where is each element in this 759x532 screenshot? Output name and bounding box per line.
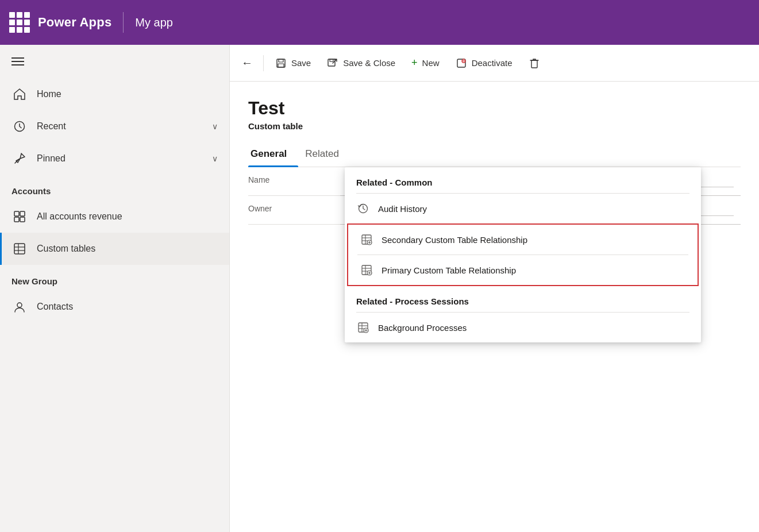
secondary-custom-table-label: Secondary Custom Table Relationship	[382, 235, 527, 245]
new-label: New	[422, 58, 440, 68]
name-label: Name	[248, 167, 340, 196]
background-processes-icon	[356, 321, 370, 334]
delete-icon	[529, 57, 540, 69]
sidebar-item-pinned[interactable]: Pinned ∨	[0, 142, 229, 175]
toolbar-sep-1	[263, 55, 264, 71]
tab-general[interactable]: General	[248, 142, 298, 167]
new-button[interactable]: + New	[403, 52, 448, 74]
sidebar-item-home[interactable]: Home	[0, 78, 229, 110]
deactivate-label: Deactivate	[472, 58, 513, 68]
home-icon	[11, 86, 28, 102]
svg-rect-5	[20, 217, 25, 222]
sidebar-item-contacts[interactable]: Contacts	[0, 291, 229, 323]
owner-label: Owner	[248, 196, 340, 225]
form-area: Name Owner Related - Common	[230, 167, 759, 532]
delete-button[interactable]	[521, 53, 548, 74]
record-title: Test	[248, 98, 741, 119]
record-subtitle: Custom table	[248, 121, 741, 131]
svg-rect-6	[14, 244, 25, 254]
home-label: Home	[37, 89, 61, 99]
contacts-label: Contacts	[37, 302, 73, 312]
primary-custom-table-label: Primary Custom Table Relationship	[382, 265, 516, 275]
accounts-section-label: Accounts	[0, 175, 229, 201]
tabs-row: General Related	[248, 142, 741, 167]
app-name: Power Apps	[38, 15, 111, 30]
pin-icon	[11, 151, 28, 167]
pinned-chevron: ∨	[212, 154, 218, 163]
recent-chevron: ∨	[212, 122, 218, 131]
audit-history-label: Audit History	[378, 204, 427, 214]
main-layout: Home Recent ∨ Pinned ∨	[0, 45, 759, 532]
svg-point-10	[17, 303, 22, 307]
page-content: Test Custom table General Related	[230, 82, 759, 167]
save-close-icon	[327, 57, 338, 69]
dropdown-item-background-processes[interactable]: Background Processes	[345, 313, 701, 342]
sidebar-item-recent[interactable]: Recent ∨	[0, 110, 229, 142]
recent-icon	[11, 118, 28, 134]
svg-rect-12	[279, 59, 283, 62]
tab-related[interactable]: Related	[303, 142, 350, 167]
contacts-icon	[11, 299, 28, 315]
custom-tables-label: Custom tables	[37, 244, 95, 254]
header-divider	[123, 12, 124, 33]
hamburger-button[interactable]	[0, 45, 229, 78]
back-button[interactable]: ←	[234, 52, 260, 74]
primary-custom-table-icon	[360, 263, 373, 277]
secondary-custom-table-icon	[360, 233, 373, 246]
sidebar: Home Recent ∨ Pinned ∨	[0, 45, 230, 532]
app-sub-title: My app	[135, 16, 173, 29]
save-icon	[275, 57, 287, 69]
top-header: Power Apps My app	[0, 0, 759, 45]
audit-history-icon	[356, 202, 370, 215]
recent-label: Recent	[37, 121, 66, 132]
save-close-button[interactable]: Save & Close	[319, 53, 403, 74]
related-process-sessions-header: Related - Process Sessions	[345, 286, 701, 312]
save-close-label: Save & Close	[343, 58, 395, 68]
deactivate-button[interactable]: Deactivate	[448, 53, 521, 74]
related-dropdown: Related - Common Audit History	[345, 167, 701, 342]
deactivate-icon	[456, 57, 467, 69]
dropdown-item-primary-custom-table[interactable]: Primary Custom Table Relationship	[348, 255, 698, 285]
sidebar-item-custom-tables[interactable]: Custom tables	[0, 233, 229, 265]
save-label: Save	[291, 58, 311, 68]
related-common-header: Related - Common	[345, 167, 701, 193]
custom-tables-icon	[11, 241, 28, 257]
svg-rect-13	[278, 64, 284, 67]
sidebar-item-all-accounts-revenue[interactable]: All accounts revenue	[0, 201, 229, 233]
dropdown-item-secondary-custom-table[interactable]: Secondary Custom Table Relationship	[348, 225, 698, 255]
new-group-section-label: New Group	[0, 265, 229, 291]
all-accounts-label: All accounts revenue	[37, 211, 122, 222]
background-processes-label: Background Processes	[378, 323, 467, 333]
content-area: ← Save	[230, 45, 759, 532]
svg-rect-14	[328, 59, 335, 66]
save-button[interactable]: Save	[267, 53, 319, 74]
svg-rect-2	[14, 211, 19, 216]
pinned-label: Pinned	[37, 153, 66, 164]
toolbar: ← Save	[230, 45, 759, 82]
new-icon: +	[411, 57, 418, 69]
svg-rect-4	[14, 217, 19, 222]
waffle-icon[interactable]	[9, 12, 30, 33]
svg-rect-3	[20, 211, 25, 216]
all-accounts-icon	[11, 209, 28, 225]
dropdown-item-audit-history[interactable]: Audit History	[345, 194, 701, 223]
